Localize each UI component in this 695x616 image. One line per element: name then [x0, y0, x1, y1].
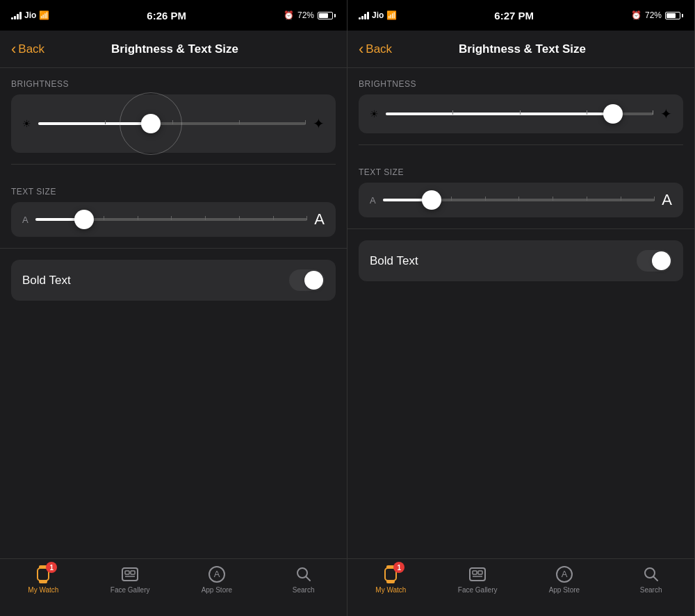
- svg-text:A: A: [214, 569, 220, 579]
- text-size-label-r: TEXT SIZE: [359, 167, 683, 177]
- text-size-track[interactable]: [35, 218, 308, 221]
- tab-face-gallery-label: Face Gallery: [111, 586, 150, 594]
- back-label: Back: [18, 42, 44, 56]
- divider-2-r: [348, 228, 694, 229]
- face-gallery-icon-r: [468, 565, 487, 584]
- svg-line-7: [306, 577, 310, 581]
- my-watch-icon-r: 1: [381, 565, 400, 584]
- brightness-section-r: BRIGHTNESS ☀ ✦: [348, 68, 694, 133]
- carrier-label: Jio: [24, 10, 36, 20]
- text-a-small-icon: A: [22, 215, 28, 225]
- svg-rect-10: [478, 571, 482, 574]
- status-right: ⏰ 72%: [284, 10, 336, 20]
- back-button[interactable]: ‹ Back: [11, 42, 44, 57]
- wifi-icon: 📶: [39, 10, 49, 20]
- svg-text:A: A: [562, 569, 568, 579]
- svg-rect-2: [131, 571, 135, 574]
- divider-2: [0, 248, 347, 249]
- svg-rect-9: [473, 571, 477, 574]
- tab-my-watch-r[interactable]: 1 My Watch: [348, 565, 434, 594]
- text-size-track-r[interactable]: [383, 199, 655, 201]
- signal-icon-r: [359, 11, 369, 19]
- back-chevron-icon-r: ‹: [359, 42, 363, 57]
- tab-my-watch-label-r: My Watch: [375, 586, 406, 594]
- text-a-large-icon: A: [314, 210, 325, 228]
- left-panel: Jio 📶 6:26 PM ⏰ 72% ‹ Back Brightness & …: [0, 0, 348, 616]
- content-right: BRIGHTNESS ☀ ✦ TEXT SIZ: [348, 68, 694, 558]
- app-store-icon-r: A: [555, 565, 574, 584]
- svg-rect-0: [122, 568, 138, 581]
- brightness-slider-row: ☀ ✦: [11, 94, 336, 153]
- back-button-r[interactable]: ‹ Back: [359, 42, 392, 57]
- alarm-icon-r: ⏰: [631, 10, 641, 20]
- time-display: 6:26 PM: [147, 10, 186, 22]
- face-gallery-icon: [120, 565, 140, 584]
- bold-text-toggle-r[interactable]: [637, 250, 672, 272]
- bold-text-row: Bold Text: [11, 260, 336, 301]
- alarm-icon: ⏰: [284, 10, 294, 20]
- brightness-track[interactable]: [38, 122, 306, 125]
- brightness-section: BRIGHTNESS ☀ ✦: [0, 68, 347, 153]
- brightness-max-icon: ✦: [313, 115, 325, 132]
- wifi-icon-r: 📶: [386, 10, 397, 20]
- page-title-r: Brightness & Text Size: [403, 42, 641, 56]
- nav-bar-left: ‹ Back Brightness & Text Size: [0, 31, 347, 68]
- tab-app-store-label: App Store: [202, 586, 232, 594]
- battery-pct-r: 72%: [645, 10, 662, 20]
- svg-rect-8: [470, 568, 485, 581]
- right-panel: Jio 📶 6:27 PM ⏰ 72% ‹ Back Brightness & …: [348, 0, 695, 616]
- tab-my-watch[interactable]: 1 My Watch: [0, 565, 87, 594]
- bold-text-row-r: Bold Text: [359, 240, 683, 281]
- brightness-max-icon-r: ✦: [660, 106, 672, 122]
- brightness-min-icon-r: ☀: [370, 108, 379, 119]
- text-size-section: TEXT SIZE A A: [0, 176, 347, 237]
- svg-line-15: [653, 577, 657, 581]
- tab-face-gallery[interactable]: Face Gallery: [87, 565, 174, 594]
- tab-bar-left: 1 My Watch Face Gallery A: [0, 558, 347, 616]
- time-display-r: 6:27 PM: [494, 10, 534, 22]
- status-bar-right: Jio 📶 6:27 PM ⏰ 72%: [348, 0, 694, 31]
- toggle-knob: [304, 271, 323, 290]
- tab-app-store-label-r: App Store: [549, 586, 580, 594]
- battery-pct: 72%: [297, 10, 314, 20]
- tab-app-store[interactable]: A App Store: [174, 565, 261, 594]
- svg-rect-1: [125, 571, 129, 574]
- text-size-slider-row-r: A A: [359, 183, 683, 217]
- text-size-section-r: TEXT SIZE A A: [348, 156, 694, 217]
- text-a-large-icon-r: A: [662, 191, 672, 209]
- tab-search[interactable]: Search: [260, 565, 347, 594]
- search-tab-icon-r: [641, 565, 661, 584]
- search-tab-icon: [294, 565, 313, 584]
- brightness-slider-row-r: ☀ ✦: [359, 94, 683, 133]
- my-watch-icon: 1: [33, 565, 53, 584]
- app-store-icon: A: [207, 565, 227, 584]
- back-chevron-icon: ‹: [11, 42, 16, 57]
- text-size-slider-row: A A: [11, 202, 336, 237]
- tab-search-label: Search: [293, 586, 315, 594]
- tab-face-gallery-r[interactable]: Face Gallery: [434, 565, 521, 594]
- content-left: BRIGHTNESS ☀ ✦: [0, 68, 347, 558]
- status-left: Jio 📶: [11, 10, 49, 20]
- bold-text-label: Bold Text: [22, 274, 71, 288]
- brightness-track-r[interactable]: [386, 113, 653, 115]
- divider-1: [11, 164, 336, 165]
- status-right-r: ⏰ 72%: [631, 10, 683, 20]
- tab-face-gallery-label-r: Face Gallery: [458, 586, 498, 594]
- battery-icon: [318, 12, 336, 19]
- tab-search-r[interactable]: Search: [607, 565, 694, 594]
- brightness-label: BRIGHTNESS: [11, 79, 336, 89]
- bold-text-toggle[interactable]: [289, 269, 325, 291]
- tab-search-label-r: Search: [640, 586, 662, 594]
- bold-text-label-r: Bold Text: [370, 254, 418, 268]
- brightness-min-icon: ☀: [22, 118, 31, 129]
- back-label-r: Back: [366, 42, 392, 56]
- battery-icon-r: [665, 12, 683, 19]
- divider-1-r: [359, 144, 683, 145]
- watch-badge-r: 1: [393, 562, 404, 573]
- toggle-knob-r: [652, 251, 671, 270]
- tab-app-store-r[interactable]: A App Store: [521, 565, 608, 594]
- status-left-r: Jio 📶: [359, 10, 397, 20]
- nav-bar-right: ‹ Back Brightness & Text Size: [348, 31, 694, 68]
- tab-my-watch-label: My Watch: [28, 586, 58, 594]
- text-a-small-icon-r: A: [370, 195, 376, 206]
